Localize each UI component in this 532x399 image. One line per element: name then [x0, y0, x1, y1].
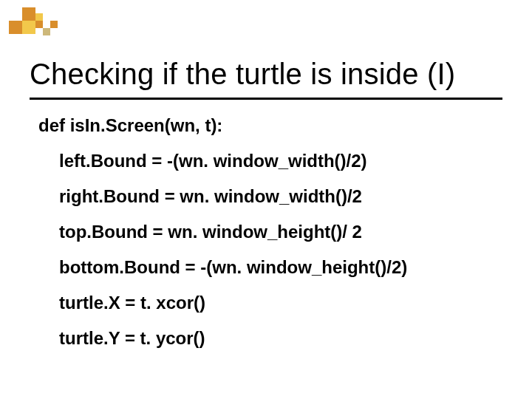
deco-square [9, 21, 22, 34]
code-line: left.Bound = -(wn. window_width()/2) [38, 152, 502, 170]
deco-square [35, 13, 43, 21]
deco-square [50, 21, 58, 28]
code-line: top.Bound = wn. window_height()/ 2 [38, 223, 502, 241]
code-block: def isIn.Screen(wn, t): left.Bound = -(w… [38, 117, 502, 365]
code-line: turtle.Y = t. ycor() [38, 330, 502, 347]
slide: Checking if the turtle is inside (I) def… [0, 0, 532, 399]
code-line: bottom.Bound = -(wn. window_height()/2) [38, 259, 502, 276]
deco-square [35, 21, 43, 28]
deco-square [22, 21, 35, 34]
code-line: right.Bound = wn. window_width()/2 [38, 188, 502, 205]
deco-square [43, 28, 50, 35]
deco-square [22, 7, 35, 21]
code-line: turtle.X = t. xcor() [38, 294, 502, 312]
corner-decoration [9, 6, 68, 43]
title-underline [30, 98, 502, 100]
slide-title: Checking if the turtle is inside (I) [30, 58, 510, 91]
code-line: def isIn.Screen(wn, t): [38, 117, 502, 134]
